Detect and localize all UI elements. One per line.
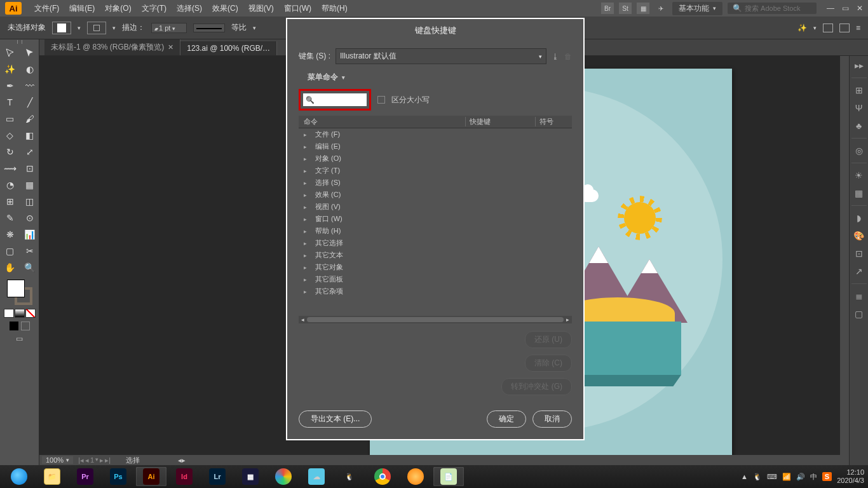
- properties-panel-icon[interactable]: ▸▸: [853, 60, 865, 71]
- zoom-tool[interactable]: 🔍: [20, 259, 39, 276]
- menu-help[interactable]: 帮助(H): [316, 3, 353, 14]
- expand-icon[interactable]: ▸: [304, 240, 310, 247]
- zoom-dropdown[interactable]: 100%▾: [42, 456, 73, 464]
- taskbar-lightroom[interactable]: Lr: [202, 467, 233, 486]
- tray-expand-icon[interactable]: ▲: [741, 473, 748, 480]
- expand-icon[interactable]: ▸: [304, 204, 310, 210]
- shortcut-search-input[interactable]: [315, 96, 359, 104]
- shortcut-search-box[interactable]: [303, 93, 367, 106]
- taskbar-app[interactable]: ☁: [301, 467, 332, 486]
- scope-dropdown[interactable]: 菜单命令 ▾: [308, 72, 572, 83]
- artboards-panel-icon[interactable]: ▢: [853, 308, 865, 320]
- expand-icon[interactable]: ▸: [304, 288, 310, 295]
- brushes-panel-icon[interactable]: Ψ: [853, 102, 865, 114]
- taskbar-chrome[interactable]: [367, 467, 398, 486]
- expand-icon[interactable]: ▸: [304, 168, 310, 174]
- chevron-down-icon[interactable]: ▾: [112, 25, 116, 31]
- expand-icon[interactable]: ▸: [304, 228, 310, 234]
- paintbrush-tool[interactable]: 🖌: [20, 111, 39, 127]
- taskbar-app[interactable]: ▦: [235, 467, 266, 486]
- menu-effect[interactable]: 效果(C): [207, 3, 243, 14]
- maximize-button[interactable]: ▭: [842, 4, 849, 13]
- taskbar-premiere[interactable]: Pr: [70, 467, 100, 486]
- command-row[interactable]: ▸选择 (S): [299, 177, 572, 189]
- panel-icon[interactable]: [839, 24, 850, 32]
- prev-artboard-button[interactable]: ◂: [85, 456, 89, 464]
- command-row[interactable]: ▸其它对象: [299, 261, 572, 273]
- gradient-panel-icon[interactable]: 🎨: [853, 230, 865, 241]
- menu-type[interactable]: 文字(T): [137, 3, 172, 14]
- taskbar-photoshop[interactable]: Ps: [103, 467, 133, 486]
- artboard-tool[interactable]: ▢: [0, 243, 20, 259]
- libraries-panel-icon[interactable]: ⊞: [853, 85, 865, 96]
- taskbar-app[interactable]: [268, 467, 299, 486]
- symbols-panel-icon[interactable]: ♣: [853, 120, 865, 132]
- taskbar-app[interactable]: [4, 467, 34, 486]
- taskbar-firefox[interactable]: [400, 467, 431, 486]
- rotate-tool[interactable]: ↻: [0, 144, 20, 160]
- command-list[interactable]: ▸文件 (F) ▸编辑 (E) ▸对象 (O) ▸文字 (T) ▸选择 (S) …: [299, 128, 572, 316]
- fill-color-icon[interactable]: [7, 280, 25, 297]
- graph-tool[interactable]: 📊: [20, 226, 39, 243]
- menu-icon[interactable]: ≡: [856, 24, 860, 32]
- rectangle-tool[interactable]: ▭: [0, 111, 20, 127]
- tab-close-icon[interactable]: ✕: [168, 43, 173, 51]
- gradient-mode-icon[interactable]: [15, 309, 25, 318]
- taskbar-explorer[interactable]: 📁: [37, 467, 67, 486]
- eraser-tool[interactable]: ◧: [20, 127, 39, 144]
- command-row[interactable]: ▸其它面板: [299, 273, 572, 285]
- direct-selection-tool[interactable]: [20, 44, 39, 61]
- color-panel-icon[interactable]: ☀: [853, 170, 865, 181]
- type-tool[interactable]: T: [0, 94, 20, 111]
- command-row[interactable]: ▸编辑 (E): [299, 140, 572, 152]
- blend-tool[interactable]: ⊙: [20, 210, 39, 226]
- command-row[interactable]: ▸对象 (O): [299, 152, 572, 165]
- arrange-icon[interactable]: ▦: [637, 3, 649, 14]
- curvature-tool[interactable]: 〰: [20, 78, 39, 94]
- command-row[interactable]: ▸其它文本: [299, 249, 572, 261]
- expand-icon[interactable]: ▸: [304, 252, 310, 259]
- magic-wand-tool[interactable]: ✨: [0, 61, 20, 78]
- menu-edit[interactable]: 编辑(E): [64, 3, 100, 14]
- line-tool[interactable]: ╱: [20, 94, 39, 111]
- panel-icon[interactable]: [823, 24, 833, 32]
- command-row[interactable]: ▸文字 (T): [299, 165, 572, 177]
- chevron-down-icon[interactable]: ▾: [78, 25, 81, 31]
- command-row[interactable]: ▸其它杂项: [299, 285, 572, 297]
- ok-button[interactable]: 确定: [487, 410, 526, 428]
- command-row[interactable]: ▸效果 (C): [299, 189, 572, 201]
- stock-icon[interactable]: St: [619, 3, 632, 14]
- stroke-width-input[interactable]: ▴▾ 1 pt ▾: [151, 23, 187, 33]
- tray-sogou-icon[interactable]: S: [822, 472, 832, 481]
- search-toggle-icon[interactable]: ✨: [797, 24, 807, 32]
- case-sensitive-checkbox[interactable]: [377, 96, 385, 104]
- document-tab[interactable]: 未标题-1 @ 83% (RGB/像素预览) ✕: [44, 39, 180, 55]
- scroll-right-button[interactable]: ▸: [182, 456, 186, 464]
- shaper-tool[interactable]: ◇: [0, 127, 20, 144]
- fill-swatch[interactable]: [52, 22, 71, 34]
- expand-icon[interactable]: ▸: [304, 216, 310, 222]
- tray-icon[interactable]: 🐧: [753, 473, 762, 481]
- free-transform-tool[interactable]: ⊡: [20, 160, 39, 177]
- expand-icon[interactable]: ▸: [304, 156, 310, 162]
- taskbar-qq[interactable]: 🐧: [334, 467, 365, 486]
- expand-icon[interactable]: ▸: [304, 264, 310, 271]
- command-row[interactable]: ▸窗口 (W): [299, 213, 572, 225]
- pen-tool[interactable]: ✒: [0, 78, 20, 94]
- gradient-tool[interactable]: ◫: [20, 193, 39, 210]
- taskbar-notepad[interactable]: 📄: [433, 467, 464, 486]
- vertical-scrollbar[interactable]: [840, 56, 849, 455]
- transparency-panel-icon[interactable]: ⊡: [853, 248, 865, 259]
- adobe-stock-search[interactable]: 🔍: [728, 3, 817, 14]
- taskbar-indesign[interactable]: Id: [169, 467, 200, 486]
- tray-clock[interactable]: 12:10 2020/4/3: [837, 468, 864, 485]
- scale-tool[interactable]: ⤢: [20, 144, 39, 160]
- command-row[interactable]: ▸其它选择: [299, 237, 572, 249]
- menu-view[interactable]: 视图(V): [243, 3, 279, 14]
- symbol-sprayer-tool[interactable]: ❋: [0, 226, 20, 243]
- first-artboard-button[interactable]: |◂: [78, 456, 84, 464]
- draw-mode-icon[interactable]: [21, 322, 30, 330]
- minimize-button[interactable]: —: [827, 4, 834, 13]
- stock-search-input[interactable]: [745, 4, 808, 12]
- cc-panel-icon[interactable]: ◎: [853, 145, 865, 156]
